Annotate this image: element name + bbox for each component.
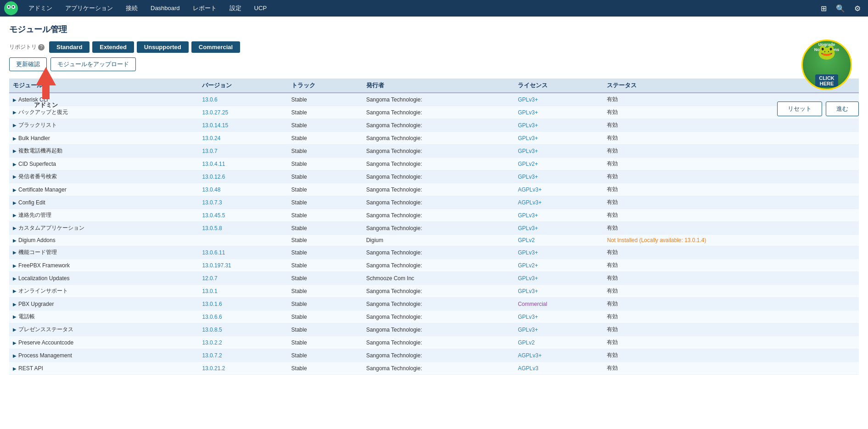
module-track: Stable <box>288 196 363 209</box>
license-link[interactable]: GPLv3+ <box>518 135 538 141</box>
expand-icon[interactable]: ▶ <box>13 314 17 319</box>
module-publisher: Sangoma Technologie: <box>363 259 515 272</box>
license-link[interactable]: GPLv3+ <box>518 109 538 116</box>
expand-icon[interactable]: ▶ <box>13 187 17 192</box>
nav-dashboard[interactable]: Dashboard <box>144 0 186 17</box>
license-link[interactable]: GPLv3+ <box>518 249 538 256</box>
table-row[interactable]: ▶電話帳 13.0.6.6 Stable Sangoma Technologie… <box>9 310 859 323</box>
module-license: GPLv3+ <box>514 93 603 106</box>
module-version: 13.0.1.6 <box>198 298 287 310</box>
nav-applications[interactable]: アプリケーション <box>59 0 119 17</box>
repo-btn-standard[interactable]: Standard <box>49 41 90 53</box>
expand-icon[interactable]: ▶ <box>13 353 17 358</box>
expand-icon[interactable]: ▶ <box>13 200 17 205</box>
expand-icon[interactable]: ▶ <box>13 340 17 345</box>
table-row[interactable]: ▶発信者番号検索 13.0.12.6 Stable Sangoma Techno… <box>9 170 859 183</box>
expand-icon[interactable]: ▶ <box>13 276 17 281</box>
search-icon[interactable]: 🔍 <box>832 2 849 15</box>
license-link[interactable]: GPLv3+ <box>518 174 538 180</box>
table-row[interactable]: ▶プレゼンスステータス 13.0.8.5 Stable Sangoma Tech… <box>9 323 859 336</box>
expand-icon[interactable]: ▶ <box>13 110 17 115</box>
table-row[interactable]: ▶Config Edit 13.0.7.3 Stable Sangoma Tec… <box>9 196 859 209</box>
license-link[interactable]: GPLv3+ <box>518 212 538 219</box>
table-row[interactable]: ▶CID Superfecta 13.0.4.11 Stable Sangoma… <box>9 158 859 170</box>
expand-icon[interactable]: ▶ <box>13 302 17 307</box>
table-row[interactable]: ▶Process Management 13.0.7.2 Stable Sang… <box>9 349 859 362</box>
repo-btn-unsupported[interactable]: Unsupported <box>137 41 189 53</box>
license-link[interactable]: AGPLv3+ <box>518 199 542 206</box>
reset-button[interactable]: リセット <box>777 102 822 116</box>
nav-icon-1[interactable]: ⊞ <box>817 2 830 15</box>
nav-admin[interactable]: アドミン <box>22 0 59 17</box>
module-status: 有効 <box>603 170 859 183</box>
help-icon[interactable]: ? <box>38 44 45 51</box>
license-link[interactable]: GPLv3+ <box>518 148 538 154</box>
license-link[interactable]: GPLv2+ <box>518 161 538 167</box>
nav-connections[interactable]: 接続 <box>119 0 144 17</box>
license-link[interactable]: GPLv3+ <box>518 327 538 333</box>
module-publisher: Sangoma Technologie: <box>363 246 515 259</box>
table-row[interactable]: ▶バックアップと復元 13.0.27.25 Stable Sangoma Tec… <box>9 106 859 119</box>
nav-settings[interactable]: 設定 <box>223 0 248 17</box>
table-row[interactable]: ▶Certificate Manager 13.0.48 Stable Sang… <box>9 183 859 196</box>
expand-icon[interactable]: ▶ <box>13 136 17 141</box>
expand-icon[interactable]: ▶ <box>13 250 17 255</box>
expand-icon[interactable]: ▶ <box>13 263 17 268</box>
expand-icon[interactable]: ▶ <box>13 174 17 179</box>
license-link[interactable]: AGPLv3+ <box>518 352 542 359</box>
license-link[interactable]: Commercial <box>518 301 547 307</box>
table-row[interactable]: ▶カスタムアプリケーション 13.0.5.8 Stable Sangoma Te… <box>9 222 859 235</box>
repo-btn-extended[interactable]: Extended <box>92 41 134 53</box>
nav-reports[interactable]: レポート <box>186 0 223 17</box>
upload-module-button[interactable]: モジュールをアップロード <box>50 57 136 71</box>
frog-badge[interactable]: 🐸 UpgradeNotifications CLICKHERE <box>801 40 852 90</box>
expand-icon[interactable]: ▶ <box>13 123 17 128</box>
table-row[interactable]: ▶Asterisk CLI 13.0.6 Stable Sangoma Tech… <box>9 93 859 106</box>
expand-icon[interactable]: ▶ <box>13 327 17 332</box>
expand-icon[interactable]: ▶ <box>13 213 17 218</box>
module-publisher: Schmooze Com Inc <box>363 272 515 285</box>
expand-icon[interactable]: ▶ <box>13 288 17 294</box>
license-link[interactable]: AGPLv3+ <box>518 186 542 193</box>
table-row[interactable]: ▶Digium Addons Stable Digium GPLv2 Not I… <box>9 235 859 246</box>
nav-right-icons: ⊞ 🔍 ⚙ <box>817 2 864 15</box>
gear-icon[interactable]: ⚙ <box>851 2 864 15</box>
license-link[interactable]: GPLv3+ <box>518 96 538 103</box>
repo-btn-commercial[interactable]: Commercial <box>191 41 240 53</box>
expand-icon[interactable]: ▶ <box>13 162 17 167</box>
expand-icon[interactable]: ▶ <box>13 148 17 153</box>
license-link[interactable]: GPLv3+ <box>518 314 538 320</box>
license-link[interactable]: GPLv3+ <box>518 288 538 294</box>
table-row[interactable]: ▶REST API 13.0.21.2 Stable Sangoma Techn… <box>9 362 859 375</box>
module-track: Stable <box>288 298 363 310</box>
next-button[interactable]: 進む <box>826 102 859 116</box>
module-publisher: Sangoma Technologie: <box>363 336 515 349</box>
table-row[interactable]: ▶FreePBX Framework 13.0.197.31 Stable Sa… <box>9 259 859 272</box>
module-status: 有効 <box>603 285 859 298</box>
table-row[interactable]: ▶Bulk Handler 13.0.24 Stable Sangoma Tec… <box>9 132 859 145</box>
nav-ucp[interactable]: UCP <box>248 0 273 17</box>
expand-icon[interactable]: ▶ <box>13 366 17 371</box>
expand-icon[interactable]: ▶ <box>13 238 17 243</box>
license-link[interactable]: GPLv2 <box>518 237 535 243</box>
expand-icon[interactable]: ▶ <box>13 97 17 102</box>
module-status: 有効 <box>603 132 859 145</box>
license-link[interactable]: GPLv2 <box>518 339 535 346</box>
table-row[interactable]: ▶機能コード管理 13.0.6.11 Stable Sangoma Techno… <box>9 246 859 259</box>
license-link[interactable]: AGPLv3 <box>518 365 538 372</box>
table-row[interactable]: ▶Preserve Accountcode 13.0.2.2 Stable Sa… <box>9 336 859 349</box>
table-row[interactable]: ▶オンラインサポート 13.0.1 Stable Sangoma Technol… <box>9 285 859 298</box>
license-link[interactable]: GPLv3+ <box>518 122 538 129</box>
table-row[interactable]: ▶Localization Updates 12.0.7 Stable Schm… <box>9 272 859 285</box>
module-track: Stable <box>288 145 363 158</box>
expand-icon[interactable]: ▶ <box>13 226 17 231</box>
table-row[interactable]: ▶複数電話機再起動 13.0.7 Stable Sangoma Technolo… <box>9 145 859 158</box>
module-version: 13.0.12.6 <box>198 170 287 183</box>
table-row[interactable]: ▶PBX Upgrader 13.0.1.6 Stable Sangoma Te… <box>9 298 859 310</box>
module-license: GPLv3+ <box>514 246 603 259</box>
license-link[interactable]: GPLv3+ <box>518 275 538 282</box>
license-link[interactable]: GPLv3+ <box>518 225 538 231</box>
table-row[interactable]: ▶ブラックリスト 13.0.14.15 Stable Sangoma Techn… <box>9 119 859 132</box>
license-link[interactable]: GPLv2+ <box>518 262 538 269</box>
table-row[interactable]: ▶連絡先の管理 13.0.45.5 Stable Sangoma Technol… <box>9 209 859 222</box>
